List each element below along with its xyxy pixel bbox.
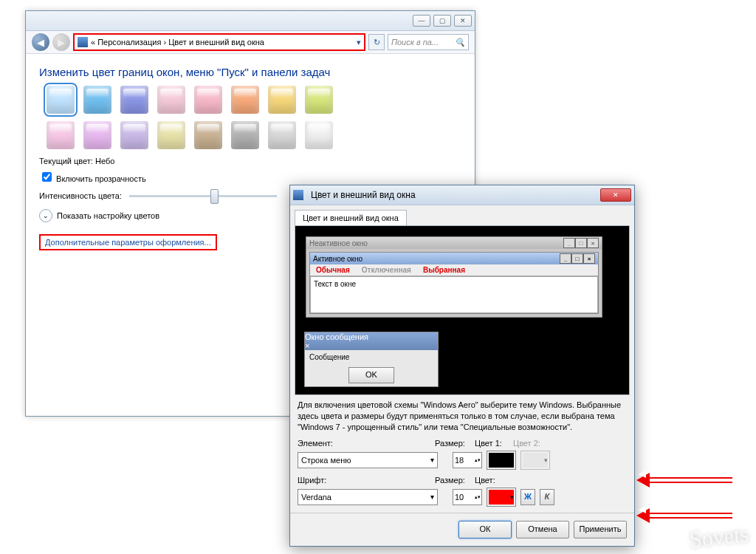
preview-tab-disabled[interactable]: Отключенная (356, 264, 417, 276)
dialog-icon (293, 190, 303, 200)
color-swatch[interactable] (83, 86, 111, 114)
advanced-appearance-link[interactable]: Дополнительные параметры оформления... (39, 234, 217, 250)
color-swatch[interactable] (157, 121, 185, 149)
watermark: Sovets (688, 521, 749, 553)
crumb-sep: › (163, 38, 166, 47)
main-titlebar: — ▢ ✕ (26, 11, 475, 31)
element-size-spinner[interactable]: 18 (453, 452, 482, 468)
annotation-arrow-1 (636, 474, 732, 486)
intensity-track[interactable] (129, 195, 277, 197)
show-mixer-label: Показать настройку цветов (57, 211, 159, 220)
transparency-label: Включить прозрачность (56, 174, 146, 183)
preview-tab-normal[interactable]: Обычная (310, 264, 356, 276)
color1-button[interactable] (487, 451, 516, 470)
intensity-label: Интенсивность цвета: (39, 191, 122, 200)
minimize-button[interactable]: — (413, 15, 430, 27)
font-size-spinner[interactable]: 10 (453, 489, 482, 505)
color-swatch[interactable] (83, 121, 111, 149)
element-combo[interactable]: Строка меню (298, 452, 438, 468)
color-swatch[interactable] (47, 121, 75, 149)
appearance-dialog: Цвет и внешний вид окна ✕ Цвет и внешний… (289, 185, 635, 547)
size-label: Размер: (435, 439, 470, 448)
italic-button[interactable]: К (540, 489, 554, 505)
breadcrumb[interactable]: « Персонализация › Цвет и внешний вид ок… (73, 33, 365, 51)
bold-button[interactable]: Ж (520, 489, 535, 505)
font-color-label: Цвет: (475, 476, 495, 485)
current-color: Текущий цвет: Небо (39, 157, 475, 165)
dialog-title: Цвет и внешний вид окна (306, 190, 600, 200)
color-swatch[interactable] (120, 86, 148, 114)
dialog-titlebar: Цвет и внешний вид окна ✕ (290, 185, 634, 205)
dialog-button-bar: ОК Отмена Применить (290, 513, 634, 546)
transparency-checkbox[interactable]: Включить прозрачность (39, 170, 475, 184)
search-icon: 🔍 (455, 38, 465, 47)
annotation-arrow-2 (636, 510, 732, 521)
preview-ok-button[interactable]: OK (348, 367, 394, 383)
color2-button (520, 451, 550, 470)
crumb-prefix: « (91, 38, 95, 47)
color-swatch[interactable] (47, 86, 75, 114)
chevron-down-icon: ⌄ (39, 209, 52, 222)
color-swatches (47, 86, 475, 149)
color-swatch[interactable] (305, 121, 333, 149)
preview-tab-selected[interactable]: Выбранная (417, 264, 471, 276)
refresh-button[interactable]: ↻ (368, 34, 385, 50)
cancel-button[interactable]: Отмена (516, 521, 569, 538)
color-swatch[interactable] (157, 86, 185, 114)
color-swatch[interactable] (231, 121, 259, 149)
search-placeholder: Поиск в па... (391, 38, 439, 47)
color-swatch[interactable] (268, 86, 296, 114)
page-title: Изменить цвет границ окон, меню "Пуск" и… (39, 66, 475, 78)
control-panel-icon (78, 37, 88, 47)
dialog-tab[interactable]: Цвет и внешний вид окна (295, 210, 407, 225)
preview-message-box[interactable]: Окно сообщения× Сообщение OK (304, 332, 439, 387)
preview-inactive-window[interactable]: Неактивное окно_□× Активное окно_□× Обыч… (306, 236, 602, 318)
nav-bar: ◀ ▶ « Персонализация › Цвет и внешний ви… (26, 31, 475, 54)
font-label: Шрифт: (298, 476, 430, 485)
dialog-info-text: Для включения цветовой схемы "Windows Ae… (290, 395, 634, 437)
forward-button[interactable]: ▶ (52, 33, 70, 51)
preview-text: Текст в окне (310, 276, 598, 313)
color1-label: Цвет 1: (475, 439, 509, 448)
apply-button[interactable]: Применить (574, 521, 627, 538)
preview-active-window[interactable]: Активное окно_□× Обычная Отключенная Выб… (309, 252, 599, 314)
intensity-thumb[interactable] (210, 189, 219, 204)
search-input[interactable]: Поиск в па... 🔍 (388, 34, 469, 50)
font-color-button[interactable] (487, 488, 516, 507)
color-swatch[interactable] (194, 86, 222, 114)
color-swatch[interactable] (268, 121, 296, 149)
preview-area: Неактивное окно_□× Активное окно_□× Обыч… (295, 225, 630, 395)
color-swatch[interactable] (120, 121, 148, 149)
element-label: Элемент: (298, 439, 430, 448)
ok-button[interactable]: ОК (458, 521, 512, 538)
maximize-button[interactable]: ▢ (433, 15, 451, 27)
back-button[interactable]: ◀ (32, 33, 49, 51)
crumb-2[interactable]: Цвет и внешний вид окна (168, 38, 264, 47)
color-swatch[interactable] (305, 86, 333, 114)
crumb-1[interactable]: Персонализация (97, 38, 161, 47)
color-swatch[interactable] (194, 121, 222, 149)
font-combo[interactable]: Verdana (298, 489, 438, 505)
font-size-label: Размер: (435, 476, 470, 485)
color2-label: Цвет 2: (513, 439, 540, 448)
close-button[interactable]: ✕ (454, 15, 472, 27)
color-swatch[interactable] (231, 86, 259, 114)
dialog-close-button[interactable]: ✕ (600, 188, 631, 202)
